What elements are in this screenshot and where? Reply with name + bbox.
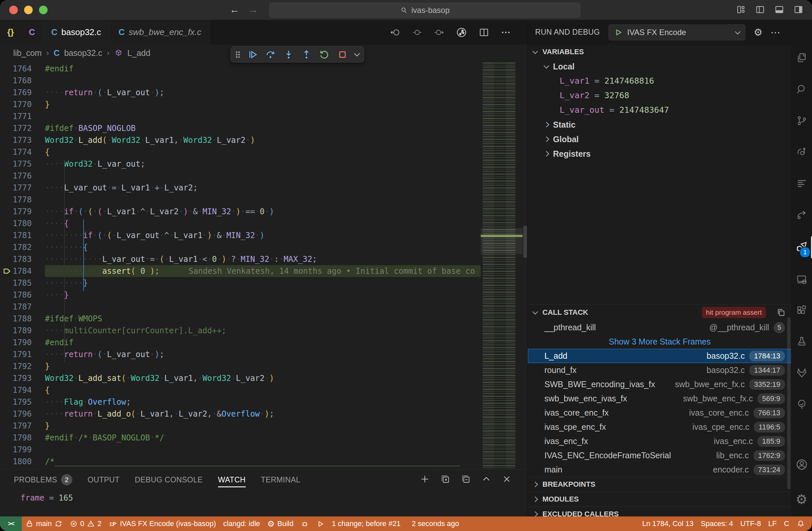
code-line-1787[interactable]: 1787 [0, 301, 481, 313]
code-line-1782[interactable]: 1782········{ [0, 241, 481, 253]
panel-tab-debug-console[interactable]: DEBUG CONSOLE [135, 470, 203, 490]
step-out-button[interactable] [301, 49, 312, 60]
panel-tab-terminal[interactable]: TERMINAL [261, 470, 301, 490]
code-line-1778[interactable]: 1778 [0, 194, 481, 206]
code-line-1785[interactable]: 1785········} [0, 277, 481, 289]
gitlab-icon[interactable] [791, 361, 812, 385]
code-editor[interactable]: 1764#endif17681769····return·(·L_var_out… [0, 61, 527, 470]
maximize-panel-icon[interactable] [481, 474, 491, 484]
stop-button[interactable] [337, 49, 348, 60]
code-line-1777[interactable]: 1777····L_var_out·=·L_var1·+·L_var2; [0, 182, 481, 194]
stack-frame-round_fx[interactable]: round_fxbasop32.c1344:17 [528, 363, 792, 377]
breadcrumb-file[interactable]: basop32.c [64, 48, 102, 58]
stack-frame-main[interactable]: mainencoder.c731:24 [528, 463, 792, 477]
run-task-status-item[interactable] [313, 516, 328, 531]
code-line-1775[interactable]: 1775····Word32·L_var_out; [0, 158, 481, 170]
run-and-debug-icon[interactable]: 1 [791, 235, 812, 258]
code-line-1790[interactable]: 1790#endif [0, 337, 481, 349]
debug-more-actions-icon[interactable]: ⋯ [771, 26, 781, 38]
collapse-all-icon[interactable] [461, 474, 471, 484]
scrollbar-thumb[interactable] [523, 226, 527, 257]
start-debug-icon[interactable] [614, 28, 623, 37]
history-forward-button[interactable]: → [248, 4, 258, 15]
code-line-1793[interactable]: 1793Word32·L_add_sat(·Word32·L_var1,·Wor… [0, 372, 481, 384]
debug-graph-icon[interactable] [791, 141, 812, 164]
code-line-1774[interactable]: 1774{ [0, 146, 481, 158]
variables-section-header[interactable]: VARIABLES [528, 45, 792, 59]
breadcrumb-symbol[interactable]: L_add [128, 48, 151, 58]
variables-group-local[interactable]: Local [528, 59, 792, 74]
continue-button[interactable] [247, 49, 258, 60]
variables-group-static[interactable]: Static [528, 117, 792, 132]
code-line-1798[interactable]: 1798#endif·/*·BASOP_NOGLOB·*/ [0, 432, 481, 444]
build-status-item[interactable]: ⚙ Build [264, 516, 297, 531]
prev-change-icon[interactable] [412, 27, 422, 38]
code-line-1780[interactable]: 1780····{ [0, 218, 481, 229]
source-control-icon[interactable] [791, 109, 812, 132]
tab-pinned-1[interactable]: C [21, 20, 43, 45]
indentation-status-item[interactable]: Spaces: 4 [697, 516, 737, 531]
variable-row[interactable]: L_var2 = 32768 [528, 88, 792, 103]
minimize-window-button[interactable] [24, 5, 33, 14]
code-line-1771[interactable]: 1771 [0, 110, 481, 122]
language-mode-status-item[interactable]: C [780, 516, 793, 531]
code-line-1799[interactable]: 1799 [0, 444, 481, 456]
bug-status-item[interactable] [297, 516, 313, 531]
stack-frame-ivas_cpe_enc_fx[interactable]: ivas_cpe_enc_fxivas_cpe_enc.c1196:5 [528, 420, 792, 434]
tree-check-icon[interactable] [791, 393, 812, 416]
next-change-icon[interactable] [434, 27, 444, 38]
minimap-slider[interactable] [481, 228, 523, 254]
cursor-position-status-item[interactable]: Ln 1784, Col 13 [639, 516, 697, 531]
stack-frame-swb_bwe_enc_ivas_fx[interactable]: swb_bwe_enc_ivas_fxswb_bwe_enc_fx.c569:9 [528, 391, 792, 406]
remote-indicator[interactable]: >< [0, 516, 22, 531]
eol-status-item[interactable]: LF [765, 516, 780, 531]
code-line-1788[interactable]: 1788#ifdef·WMOPS [0, 313, 481, 325]
notifications-bell-icon[interactable] [793, 516, 809, 531]
panel-tab-problems[interactable]: PROBLEMS2 [14, 470, 72, 490]
toggle-panel-icon[interactable] [774, 5, 784, 15]
call-stack-section-header[interactable]: CALL STACK hit program assert [528, 305, 792, 320]
share-icon[interactable] [791, 203, 812, 226]
extensions-icon[interactable] [791, 298, 812, 322]
launch-config-dropdown[interactable]: IVAS FX Encode [609, 25, 745, 40]
close-panel-icon[interactable] [502, 474, 512, 484]
scm-changes-status-item[interactable]: 1 change; before #212 seconds ago [328, 516, 463, 531]
copy-call-stack-icon[interactable] [776, 308, 786, 317]
stack-frame-__pthread_kill[interactable]: __pthread_kill@__pthread_kill5 [528, 320, 792, 335]
stack-frame-IVAS_ENC_EncodeFrameToSerial[interactable]: IVAS_ENC_EncodeFrameToSeriallib_enc.c176… [528, 448, 792, 463]
debug-config-status-item[interactable]: IVAS FX Encode (ivas-basop) [105, 516, 220, 531]
close-window-button[interactable] [9, 5, 18, 14]
add-expression-icon[interactable] [420, 474, 430, 484]
account-icon[interactable] [791, 453, 812, 476]
show-more-stack-frames-link[interactable]: Show 3 More Stack Frames [528, 335, 792, 349]
variables-group-global[interactable]: Global [528, 132, 792, 146]
code-line-1783[interactable]: 1783············L_var_out·=·(·L_var1·<·0… [0, 253, 481, 265]
stack-frame-L_add[interactable]: L_addbasop32.c1784:13 [528, 349, 792, 363]
command-center-search[interactable]: ivas-basop [269, 3, 580, 18]
code-line-1795[interactable]: 1795····Flag·Overflow; [0, 396, 481, 408]
variable-row[interactable]: L_var_out = 2147483647 [528, 103, 792, 117]
panel-tab-output[interactable]: OUTPUT [88, 470, 120, 490]
stack-frame-SWB_BWE_encoding_ivas_fx[interactable]: SWB_BWE_encoding_ivas_fxswb_bwe_enc_fx.c… [528, 377, 792, 391]
code-line-1792[interactable]: 1792} [0, 360, 481, 372]
code-line-1769[interactable]: 1769····return·(·L_var_out·); [0, 87, 481, 99]
remove-all-expressions-icon[interactable] [440, 474, 450, 484]
run-or-debug-icon[interactable] [455, 26, 467, 38]
code-line-1784[interactable]: 1784············assert(·0·);Sandesh Venk… [0, 265, 481, 277]
code-line-1786[interactable]: 1786····} [0, 289, 481, 301]
code-line-1797[interactable]: 1797} [0, 420, 481, 432]
zoom-window-button[interactable] [39, 5, 47, 14]
code-line-1800[interactable]: 1800/*__________________________________… [0, 456, 481, 467]
code-line-1776[interactable]: 1776 [0, 170, 481, 182]
code-line-1768[interactable]: 1768 [0, 75, 481, 87]
remote-explorer-icon[interactable] [791, 268, 812, 291]
code-line-1764[interactable]: 1764#endif [0, 63, 481, 75]
code-line-1773[interactable]: 1773Word32·L_add(·Word32·L_var1,·Word32·… [0, 134, 481, 146]
code-line-1772[interactable]: 1772#ifdef·BASOP_NOGLOB [0, 122, 481, 134]
explorer-icon[interactable] [791, 46, 812, 69]
toggle-primary-sidebar-icon[interactable] [755, 5, 765, 15]
outline-icon[interactable] [791, 172, 812, 195]
variable-row[interactable]: L_var1 = 2147468816 [528, 74, 792, 88]
code-line-1791[interactable]: 1791····return·(·L_var_out·); [0, 349, 481, 360]
code-line-1794[interactable]: 1794{ [0, 384, 481, 396]
